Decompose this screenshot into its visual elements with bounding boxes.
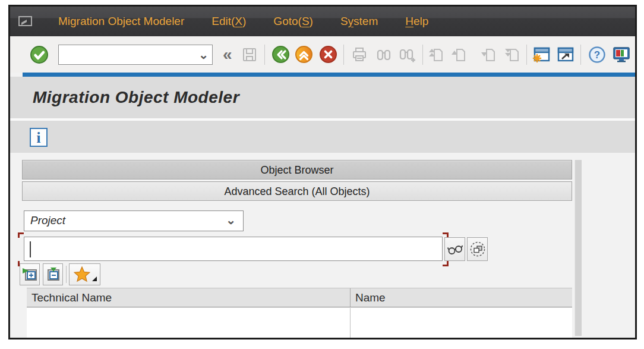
table-column-technical-name <box>27 308 351 338</box>
menu-label: elp <box>413 15 428 28</box>
main-content: Object Browser Advanced Search (All Obje… <box>10 153 635 338</box>
collapse-all-button[interactable] <box>43 263 63 285</box>
menu-item-goto[interactable]: Goto(S) <box>260 7 327 36</box>
title-band: Migration Object Modeler <box>10 77 635 118</box>
open-in-new-window-button[interactable] <box>467 237 488 261</box>
new-session-icon[interactable] <box>532 46 551 64</box>
create-shortcut-icon[interactable] <box>556 46 575 64</box>
selection-bracket <box>443 261 449 266</box>
sap-window-icon[interactable] <box>18 15 34 28</box>
dropdown-corner-icon <box>92 276 97 281</box>
print-icon[interactable] <box>351 46 368 64</box>
exit-icon[interactable] <box>295 45 313 64</box>
menu-label-underline: S <box>302 15 310 28</box>
menu-bar: Migration Object Modeler Edit(X) Goto(S)… <box>10 7 635 36</box>
column-header-technical-name[interactable]: Technical Name <box>27 288 351 307</box>
back-icon[interactable] <box>272 45 290 64</box>
toolbar-separator <box>264 45 265 65</box>
sap-gui-window: Migration Object Modeler Edit(X) Goto(S)… <box>8 5 637 339</box>
find-icon[interactable] <box>375 46 393 64</box>
toolbar-divider-rule <box>23 73 635 77</box>
button-separator <box>66 266 67 283</box>
toolbar-separator <box>422 45 423 65</box>
display-search-button[interactable] <box>444 237 465 261</box>
menu-label: stem <box>353 15 378 28</box>
collapse-toolbar-icon[interactable]: « <box>223 46 232 64</box>
favorites-button[interactable] <box>69 263 100 285</box>
cancel-icon[interactable] <box>319 45 337 64</box>
menu-label: S <box>340 15 348 28</box>
menu-label: ) <box>242 15 246 28</box>
menu-item-migration-object-modeler[interactable]: Migration Object Modeler <box>45 7 198 36</box>
search-scope-value: Project <box>30 214 65 227</box>
find-next-icon[interactable] <box>398 46 416 64</box>
menu-item-edit[interactable]: Edit(X) <box>198 7 260 36</box>
menu-label: Goto( <box>273 15 302 28</box>
menu-item-help[interactable]: Help <box>392 7 442 36</box>
menu-label: Edit( <box>211 15 235 28</box>
info-icon[interactable]: i <box>30 128 48 147</box>
command-input[interactable] <box>60 46 191 63</box>
advanced-search-header[interactable]: Advanced Search (All Objects) <box>22 181 572 201</box>
gui-settings-icon[interactable] <box>612 46 631 64</box>
toolbar-separator <box>580 45 581 65</box>
menu-label-underline: X <box>235 15 242 28</box>
page-title: Migration Object Modeler <box>33 88 239 107</box>
results-table-body[interactable] <box>27 308 572 338</box>
menu-item-system[interactable]: System <box>327 7 392 36</box>
application-toolbar: i <box>10 121 635 153</box>
page-up-icon[interactable] <box>450 46 467 63</box>
menu-label: ) <box>310 15 313 28</box>
help-icon[interactable]: ? <box>588 46 606 64</box>
menu-label-underline: y <box>348 15 354 28</box>
last-page-icon[interactable] <box>504 46 520 63</box>
enter-check-icon[interactable] <box>30 45 49 64</box>
page-down-icon[interactable] <box>480 46 497 63</box>
search-input-wrap <box>24 237 443 261</box>
column-header-name[interactable]: Name <box>351 288 572 307</box>
panel-splitter[interactable] <box>574 160 582 336</box>
object-browser-header[interactable]: Object Browser <box>22 160 572 180</box>
standard-toolbar: ⌄ « <box>10 36 635 73</box>
table-column-name <box>351 308 572 338</box>
search-input[interactable] <box>30 240 434 258</box>
toolbar-separator <box>343 45 344 65</box>
command-field[interactable]: ⌄ <box>58 45 213 65</box>
menu-label-underline: H <box>405 15 413 28</box>
toolbar-separator <box>526 45 527 65</box>
selection-bracket <box>18 232 24 238</box>
search-scope-dropdown[interactable]: Project ⌄ <box>24 210 244 231</box>
chevron-down-icon[interactable]: ⌄ <box>226 213 236 227</box>
menu-label: Migration Object Modeler <box>58 15 184 28</box>
expand-all-button[interactable] <box>20 263 40 285</box>
chevron-down-icon[interactable]: ⌄ <box>198 47 209 62</box>
help-glyph: ? <box>594 49 599 61</box>
first-page-icon[interactable] <box>428 46 444 63</box>
save-icon[interactable] <box>241 46 258 64</box>
results-table-header: Technical Name Name <box>27 288 572 307</box>
